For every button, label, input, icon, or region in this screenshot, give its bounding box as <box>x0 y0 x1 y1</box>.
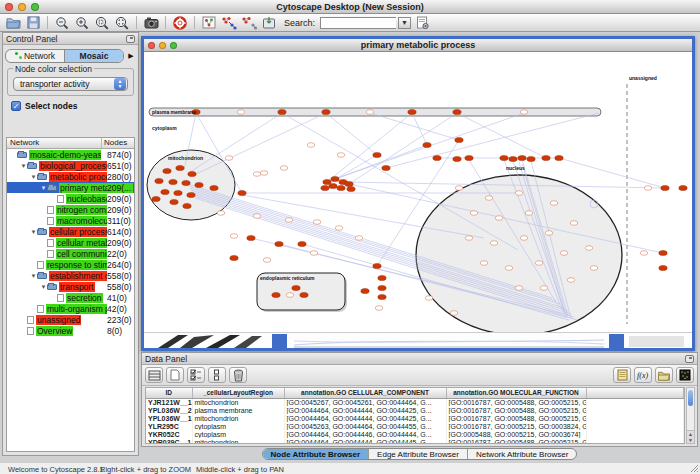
tree-row[interactable]: Overview8(0) <box>7 325 134 336</box>
resize-grip[interactable] <box>690 464 699 473</box>
browser-tab[interactable]: Node Attribute Browser <box>263 449 369 459</box>
save-session-button[interactable] <box>24 15 42 31</box>
table-column-header[interactable]: annotation.GO MOLECULAR_FUNCTION <box>446 388 586 398</box>
zoom-in-icon <box>75 16 89 30</box>
zoom-fit-button[interactable] <box>113 15 131 31</box>
table-row[interactable]: YPL036W__1mitochondrion[GO:0044464, GO:0… <box>146 414 684 422</box>
expand-arrow-icon[interactable]: ▼ <box>40 284 47 290</box>
table-cell: mitochondrion <box>192 414 284 422</box>
help-button[interactable] <box>171 15 189 31</box>
import-attributes-button[interactable] <box>655 367 673 383</box>
tree-row[interactable]: multi-organism pro42(0) <box>7 303 134 314</box>
table-cell: mitochondrion <box>192 398 284 406</box>
scrollbar-thumb[interactable] <box>688 390 693 406</box>
select-nodes-row: ✓ Select nodes <box>11 101 138 111</box>
network-view-titlebar[interactable]: primary metabolic process <box>144 39 692 52</box>
table-row[interactable]: YJR121W__1mitochondrion[GO:0045267, GO:0… <box>146 398 684 406</box>
select-attributes-button[interactable] <box>187 367 205 383</box>
new-page-icon <box>170 369 180 381</box>
tree-row[interactable]: cellular metabol209(0) <box>7 237 134 248</box>
data-panel-header: Data Panel <box>142 353 697 365</box>
tree-row[interactable]: secretion41(0) <box>7 292 134 303</box>
attribute-table-icon <box>148 370 161 381</box>
matrix-view-button[interactable] <box>676 367 694 383</box>
tree-row[interactable]: ▼transport558(0) <box>7 281 134 292</box>
tab-overflow-arrow[interactable]: ▶ <box>126 50 136 62</box>
tree-row-count: 614(0) <box>107 227 134 237</box>
zoom-selected-button[interactable] <box>93 15 111 31</box>
expand-arrow-icon[interactable]: ▼ <box>30 273 37 279</box>
tree-row-count: 311(0) <box>107 216 133 226</box>
table-row[interactable]: YLR295Ccytoplasm[GO:0045263, GO:0044464,… <box>146 422 684 430</box>
tree-row[interactable]: ▼biological_process651(0) <box>7 160 134 171</box>
tree-row[interactable]: nitrogen compo209(0) <box>7 204 134 215</box>
scrollbar-arrows[interactable]: ▲▼ <box>687 430 694 443</box>
tab-mosaic[interactable]: Mosaic <box>64 50 123 62</box>
node-color-dropdown[interactable]: transporter activity ▲▼ <box>13 77 128 91</box>
table-row[interactable]: YKR052Ccytoplasm[GO:0044464, GO:0044446,… <box>146 430 684 438</box>
tree-row[interactable]: mosaic-demo-yeast874(0) <box>7 149 134 160</box>
delete-attribute-button[interactable] <box>229 367 247 383</box>
expand-arrow-icon[interactable]: ▼ <box>30 229 37 235</box>
folder-icon <box>657 370 671 381</box>
svg-text:nucleus: nucleus <box>506 165 525 171</box>
snapshot-button[interactable] <box>142 15 160 31</box>
table-column-header[interactable]: annotation.GO CELLULAR_COMPONENT <box>284 388 446 398</box>
table-cell: [GO:0044464, GO:0044444, GO:0044425, G..… <box>284 406 446 414</box>
expand-arrow-icon[interactable]: ▼ <box>30 174 37 180</box>
tree-row[interactable]: macromolecule311(0) <box>7 215 134 226</box>
filter-button[interactable] <box>240 15 258 31</box>
expand-arrow-icon[interactable]: ▼ <box>20 163 27 169</box>
browser-tab[interactable]: Edge Attribute Browser <box>368 449 467 459</box>
vizmapper-button[interactable] <box>220 15 238 31</box>
unselect-attributes-button[interactable] <box>208 367 226 383</box>
status-pan-hint: Middle-click + drag to PAN <box>196 465 284 474</box>
table-row[interactable]: YDR039C__1mitochondrion[GO:0044464, GO:0… <box>146 438 684 444</box>
table-scrollbar[interactable]: ▲▼ <box>686 387 695 444</box>
tree-row[interactable]: cell communicat22(0) <box>7 248 134 259</box>
formula-builder-button[interactable]: f(x) <box>634 367 652 383</box>
import-network-button[interactable] <box>260 15 278 31</box>
tree-row[interactable]: nucleobase-209(0) <box>7 193 134 204</box>
main-toolbar: Search: ▼ <box>0 14 700 32</box>
tree-row[interactable]: response to stimulu264(0) <box>7 259 134 270</box>
tree-row[interactable]: unassigned223(0) <box>7 314 134 325</box>
float-panel-icon[interactable] <box>685 355 694 363</box>
table-column-header[interactable]: _cellularLayoutRegion <box>192 388 284 398</box>
open-session-button[interactable] <box>4 15 22 31</box>
tree-row-count: 209(... <box>107 183 133 193</box>
expand-arrow-icon[interactable]: ▼ <box>40 185 47 191</box>
import-icon <box>262 16 276 29</box>
tree-row[interactable]: ▼cellular process614(0) <box>7 226 134 237</box>
table-cell: cytoplasm <box>192 430 284 438</box>
table-column-header[interactable]: ID <box>146 388 192 398</box>
float-panel-icon[interactable] <box>126 35 135 43</box>
tab-network[interactable]: Network <box>6 50 64 62</box>
folder-icon <box>37 174 47 180</box>
status-zoom-hint: Right-click + drag to ZOOM <box>100 465 191 474</box>
table-row[interactable]: YPL036W__2plasma membrane[GO:0044464, GO… <box>146 406 684 414</box>
tree-row[interactable]: ▼metabolic process280(0) <box>7 171 134 182</box>
life-ring-icon <box>173 16 187 30</box>
tree-row-count: 651(0) <box>107 161 134 171</box>
search-config-button[interactable] <box>413 15 431 31</box>
table-cell: YKR052C <box>146 430 192 438</box>
browser-tab[interactable]: Network Attribute Browser <box>467 449 576 459</box>
tree-row[interactable]: ▼establishment of lo558(0) <box>7 270 134 281</box>
layout-button[interactable] <box>200 15 218 31</box>
network-canvas[interactable]: plasma membranecytoplasmmitochondrionnuc… <box>144 52 692 332</box>
table-cell: [GO:0016787, GO:0005488, GO:0005215, G..… <box>446 414 586 422</box>
attribute-table-button[interactable] <box>145 367 163 383</box>
tree-row[interactable]: ▼primary metabo209(... <box>7 182 134 193</box>
zoom-out-button[interactable] <box>53 15 71 31</box>
search-input[interactable] <box>320 17 396 29</box>
create-attribute-button[interactable] <box>166 367 184 383</box>
annotation-button[interactable] <box>613 367 631 383</box>
unselect-attributes-icon <box>213 369 221 381</box>
zoom-in-button[interactable] <box>73 15 91 31</box>
select-nodes-checkbox[interactable]: ✓ <box>11 101 21 111</box>
table-cell: YLR295C <box>146 422 192 430</box>
network-view-frame: primary metabolic process plasma membran… <box>141 36 695 351</box>
search-dropdown-button[interactable]: ▼ <box>398 17 411 29</box>
dropdown-stepper-icon: ▲▼ <box>114 78 126 90</box>
